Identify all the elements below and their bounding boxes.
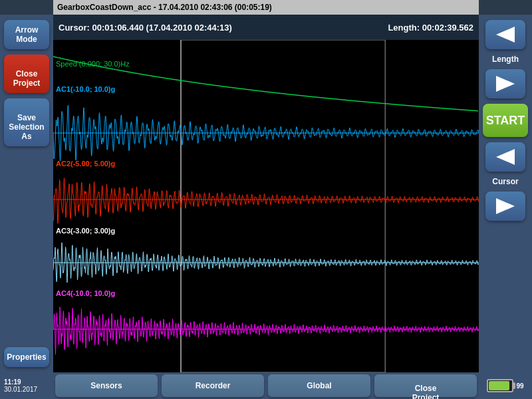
length-info: Length: 00:02:39.562 — [388, 23, 473, 33]
time-date-info: 11:19 30.01.2017 — [0, 377, 53, 394]
chart-header: Cursor: 00:01:06.440 (17.04.2010 02:44:1… — [53, 15, 479, 40]
arrow-left-bottom-button[interactable] — [485, 142, 525, 172]
svg-marker-1 — [496, 76, 515, 92]
arrow-right-bottom-button[interactable] — [485, 192, 525, 221]
bottom-bar: 11:19 30.01.2017 Sensors Recorder Global… — [0, 372, 532, 399]
arrow-mode-button[interactable]: Arrow Mode — [4, 20, 49, 49]
global-button[interactable]: Global — [268, 374, 370, 397]
left-sidebar: Arrow Mode Close Project Save Selection … — [0, 15, 53, 372]
length-label: Length — [492, 55, 519, 64]
svg-marker-3 — [496, 198, 515, 214]
close-project-button-left[interactable]: Close Project — [4, 55, 49, 93]
battery-fill — [489, 381, 509, 390]
cursor-label: Cursor — [492, 177, 518, 186]
start-button[interactable]: START — [483, 104, 528, 137]
time-display: 11:19 — [4, 378, 49, 386]
recorder-button[interactable]: Recorder — [162, 374, 264, 397]
svg-marker-0 — [496, 27, 515, 43]
sensors-button[interactable]: Sensors — [55, 374, 158, 397]
battery-value: 99 — [516, 382, 523, 390]
chart-area: Cursor: 00:01:06.440 (17.04.2010 02:44:1… — [53, 15, 479, 372]
battery-nub — [513, 382, 515, 389]
date-display: 30.01.2017 — [4, 386, 49, 393]
title-bar: GearboxCoastDown_acc - 17.04.2010 02:43:… — [53, 0, 479, 15]
arrow-right-top-button[interactable] — [485, 69, 525, 98]
close-project-bottom-button[interactable]: Close Project — [374, 374, 477, 397]
title-text: GearboxCoastDown_acc - 17.04.2010 02:43:… — [57, 3, 272, 12]
right-sidebar: Length START Cursor — [479, 15, 532, 372]
cursor-info: Cursor: 00:01:06.440 (17.04.2010 02:44:1… — [59, 23, 232, 33]
svg-marker-2 — [496, 149, 515, 165]
save-selection-button[interactable]: Save Selection As — [4, 98, 49, 146]
battery-bar — [487, 379, 513, 392]
waveform-canvas[interactable] — [53, 40, 479, 372]
properties-button[interactable]: Properties — [4, 347, 49, 367]
battery-indicator: 99 — [479, 379, 532, 392]
arrow-left-top-button[interactable] — [485, 20, 525, 49]
